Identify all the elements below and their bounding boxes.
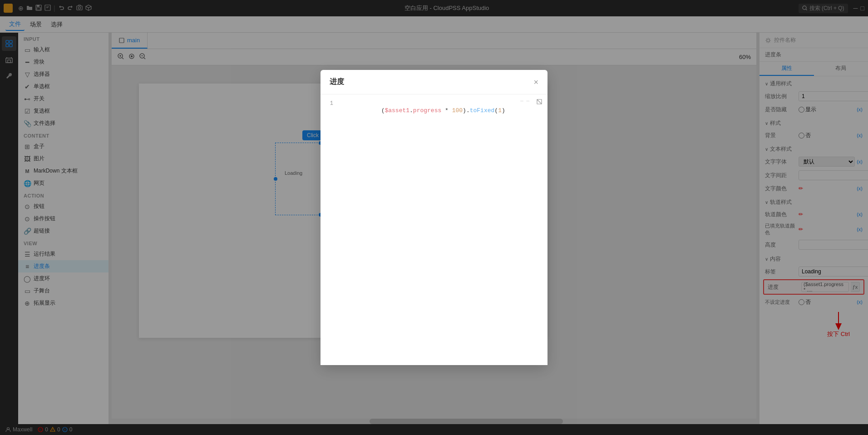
modal-overlay[interactable]: 进度 × — — 1 ($asset1.progress * 100).toFi… xyxy=(0,0,868,435)
code-prop: progress xyxy=(413,107,441,114)
code-dot1: . xyxy=(409,107,413,114)
editor-deco-left: — — xyxy=(520,98,529,104)
modal-body: — — 1 ($asset1.progress * 100).toFixed(1… xyxy=(321,94,547,365)
code-method: toFixed xyxy=(470,107,495,114)
code-num: 100 xyxy=(452,107,463,114)
modal-close-button[interactable]: × xyxy=(533,78,538,86)
code-content-1: ($asset1.progress * 100).toFixed(1) xyxy=(339,100,547,121)
line-number-1: 1 xyxy=(321,100,339,107)
code-args-close: ) xyxy=(502,107,505,114)
code-line-1: 1 ($asset1.progress * 100).toFixed(1) xyxy=(321,100,547,121)
code-args: ( xyxy=(494,107,498,114)
code-editor[interactable]: — — 1 ($asset1.progress * 100).toFixed(1… xyxy=(321,94,547,365)
code-arg-val: 1 xyxy=(498,107,502,114)
modal-dialog: 进度 × — — 1 ($asset1.progress * 100).toFi… xyxy=(321,70,547,365)
modal-title: 进度 xyxy=(330,77,344,87)
code-space: * xyxy=(441,107,452,114)
modal-header: 进度 × xyxy=(321,70,547,94)
editor-corner-icon xyxy=(536,98,543,107)
editor-decoration: — — xyxy=(520,98,529,104)
code-paren-close: ) xyxy=(463,107,466,114)
code-dollar: $asset1 xyxy=(385,107,409,114)
code-dot2: . xyxy=(466,107,470,114)
